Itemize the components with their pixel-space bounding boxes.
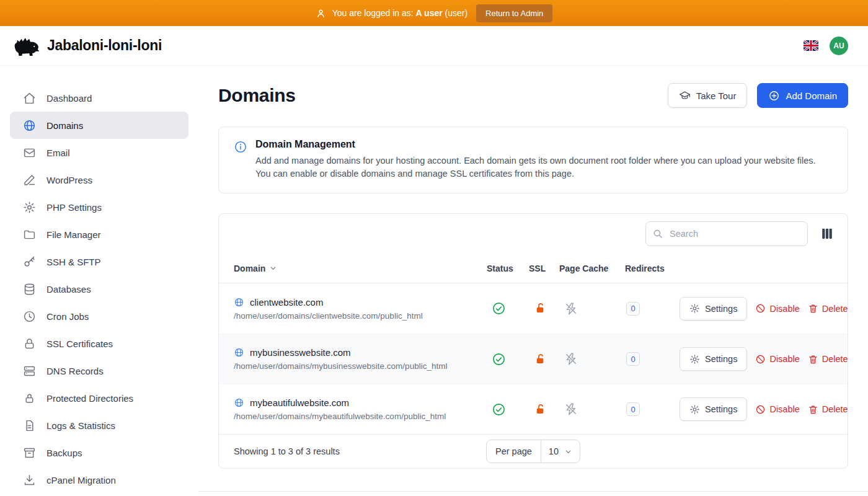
clock-icon <box>23 310 36 323</box>
impersonation-message: You are logged in as: A user (user) <box>316 8 467 19</box>
main-content: Domains Take Tour Add Domain Domain Mana… <box>198 66 868 496</box>
plus-circle-icon <box>768 90 780 102</box>
table-row: mybeautifulwebsite.com /home/user/domain… <box>219 384 848 434</box>
archive-icon <box>23 446 36 459</box>
delete-button[interactable]: Delete <box>808 354 848 365</box>
status-active-icon <box>492 402 506 417</box>
database-icon <box>23 283 36 296</box>
lock-icon <box>23 337 36 350</box>
boar-logo-icon <box>10 34 40 58</box>
home-icon <box>23 92 36 105</box>
page-cache-disabled-icon <box>564 302 578 316</box>
sidebar-item-ssh-sftp[interactable]: SSH & SFTP <box>10 248 188 275</box>
column-header-domain[interactable]: Domain <box>234 264 487 273</box>
graduation-cap-icon <box>679 90 691 102</box>
document-root-path: /home/user/domains/mybusinesswebsite.com… <box>234 361 487 371</box>
return-to-admin-button[interactable]: Return to Admin <box>476 4 552 22</box>
domain-name[interactable]: clientwebsite.com <box>250 297 323 308</box>
settings-button[interactable]: Settings <box>680 297 747 321</box>
sidebar-item-php-settings[interactable]: PHP Settings <box>10 193 188 221</box>
delete-button[interactable]: Delete <box>808 303 848 314</box>
ban-icon <box>755 404 766 415</box>
download-icon <box>23 474 36 487</box>
globe-icon <box>234 297 244 308</box>
sidebar-item-databases[interactable]: Databases <box>10 275 188 303</box>
sidebar-item-file-manager[interactable]: File Manager <box>10 221 188 248</box>
key-icon <box>23 255 36 268</box>
column-header-page-cache: Page Cache <box>559 264 625 273</box>
column-header-redirects: Redirects <box>625 264 680 273</box>
table-row: mybusinesswebsite.com /home/user/domains… <box>219 334 848 384</box>
table-header-row: Domain Status SSL Page Cache Redirects <box>219 254 848 283</box>
footer-divider <box>198 491 868 492</box>
domain-name[interactable]: mybeautifulwebsite.com <box>250 397 349 408</box>
sidebar-item-protected-directories[interactable]: Protected Directories <box>10 384 188 412</box>
sidebar: Dashboard Domains Email WordPress PHP Se… <box>0 66 198 496</box>
search-icon <box>652 228 663 239</box>
sidebar-item-email[interactable]: Email <box>10 139 188 166</box>
pencil-icon <box>23 174 36 187</box>
sidebar-item-backups[interactable]: Backups <box>10 439 188 466</box>
sidebar-item-dns-records[interactable]: DNS Records <box>10 357 188 384</box>
server-icon <box>23 365 36 378</box>
sidebar-item-domains[interactable]: Domains <box>10 112 188 139</box>
redirects-count-badge: 0 <box>626 402 640 416</box>
column-header-status: Status <box>487 264 529 273</box>
take-tour-button[interactable]: Take Tour <box>668 83 748 108</box>
settings-button[interactable]: Settings <box>680 347 747 371</box>
columns-icon <box>820 227 834 241</box>
column-header-ssl: SSL <box>529 264 559 273</box>
disable-button[interactable]: Disable <box>755 303 799 314</box>
ban-icon <box>755 354 766 365</box>
add-domain-button[interactable]: Add Domain <box>757 83 848 108</box>
gear-icon <box>689 404 700 415</box>
gear-icon <box>689 354 700 365</box>
page-cache-disabled-icon <box>564 402 578 416</box>
trash-icon <box>808 354 818 365</box>
ban-icon <box>755 303 766 314</box>
info-icon <box>234 140 247 154</box>
domain-name[interactable]: mybusinesswebsite.com <box>250 347 351 358</box>
ssl-unlocked-icon <box>534 302 547 315</box>
delete-button[interactable]: Delete <box>808 404 848 415</box>
domain-management-info-card: Domain Management Add and manage domains… <box>218 126 848 193</box>
disable-button[interactable]: Disable <box>755 404 799 415</box>
document-root-path: /home/user/domains/clientwebsite.com/pub… <box>234 311 487 321</box>
page-cache-disabled-icon <box>564 352 578 366</box>
sidebar-item-cron-jobs[interactable]: Cron Jobs <box>10 303 188 330</box>
status-active-icon <box>492 301 506 316</box>
user-avatar[interactable]: AU <box>830 37 848 55</box>
sidebar-item-logs-statistics[interactable]: Logs & Statistics <box>10 412 188 439</box>
impersonated-user-role: (user) <box>445 8 468 18</box>
folder-icon <box>23 228 36 241</box>
table-footer: Showing 1 to 3 of 3 results Per page 10 <box>219 434 848 468</box>
envelope-icon <box>23 146 36 159</box>
brand: Jabaloni-loni-loni <box>10 34 162 58</box>
search-input[interactable] <box>645 221 808 246</box>
sidebar-item-ssl-certificates[interactable]: SSL Certificates <box>10 330 188 357</box>
globe-icon <box>234 347 244 358</box>
per-page-control: Per page 10 <box>486 440 580 463</box>
info-card-body: Add and manage domains for your hosting … <box>255 154 833 180</box>
app-header: Jabaloni-loni-loni AU <box>0 26 868 66</box>
trash-icon <box>808 404 818 415</box>
sidebar-item-dashboard[interactable]: Dashboard <box>10 84 188 112</box>
settings-button[interactable]: Settings <box>680 397 747 421</box>
column-toggle-button[interactable] <box>819 226 835 242</box>
page-title: Domains <box>218 85 296 106</box>
domains-table-card: Domain Status SSL Page Cache Redirects c… <box>218 213 848 469</box>
sidebar-item-cpanel-migration[interactable]: cPanel Migration <box>10 466 188 494</box>
impersonation-bar: You are logged in as: A user (user) Retu… <box>0 0 868 26</box>
status-active-icon <box>492 352 506 366</box>
impersonation-prefix: You are logged in as: <box>332 8 414 18</box>
user-icon <box>316 8 326 19</box>
results-summary: Showing 1 to 3 of 3 results <box>234 446 340 456</box>
sidebar-item-wordpress[interactable]: WordPress <box>10 166 188 193</box>
language-flag-icon[interactable] <box>804 40 818 51</box>
globe-icon <box>234 397 244 408</box>
gear-icon <box>689 303 700 314</box>
redirects-count-badge: 0 <box>626 302 640 316</box>
per-page-select[interactable]: 10 <box>541 440 580 463</box>
brand-title: Jabaloni-loni-loni <box>47 37 162 54</box>
disable-button[interactable]: Disable <box>755 354 799 365</box>
